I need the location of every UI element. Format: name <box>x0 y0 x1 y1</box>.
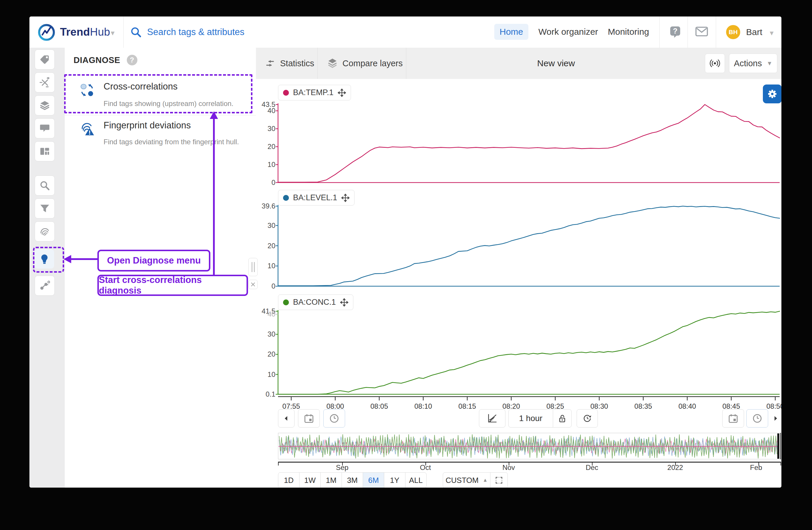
compare-layers-label: Compare layers <box>343 59 403 68</box>
tab-monitoring[interactable]: Monitoring <box>603 24 654 40</box>
x-axis-tick-label: 08:35 <box>630 402 656 410</box>
sidebar-item-comments[interactable] <box>35 118 55 138</box>
zoom-1w-button[interactable]: 1W <box>299 472 321 488</box>
context-axis-tick <box>675 462 676 465</box>
context-month-label: Feb <box>750 463 762 472</box>
sidebar-item-connections[interactable] <box>35 276 55 296</box>
help-button[interactable]: ? <box>668 25 682 40</box>
series-name: BA:CONC.1 <box>293 298 336 307</box>
sidebar-item-formulas[interactable] <box>35 72 55 93</box>
context-minimap[interactable] <box>278 433 781 459</box>
y-axis-tick-label: 10 <box>256 262 275 270</box>
legend-chip-batemp1[interactable]: BA:TEMP.1 <box>278 85 351 100</box>
search-icon <box>40 180 50 191</box>
tab-home[interactable]: Home <box>494 24 528 40</box>
legend-chip-balevel1[interactable]: BA:LEVEL.1 <box>278 190 354 206</box>
pan-right-button[interactable] <box>770 409 780 428</box>
chevron-left-icon <box>282 415 290 422</box>
live-mode-button[interactable] <box>705 54 725 73</box>
context-axis <box>278 462 781 463</box>
filter-icon <box>40 203 50 214</box>
item-title: Fingerprint deviations <box>104 120 191 131</box>
swap-arrows-icon <box>265 58 275 69</box>
actions-button[interactable]: Actions ▼ <box>729 54 777 73</box>
sidebar-item-search[interactable] <box>35 176 55 196</box>
panel-close-button[interactable] <box>248 280 258 289</box>
y-axis-tick-label: 30 <box>256 330 275 338</box>
start-time-button[interactable] <box>323 409 345 428</box>
lock-interval-button[interactable] <box>553 409 571 427</box>
zoom-all-button[interactable]: ALL <box>405 472 426 488</box>
interval-button[interactable]: 1 hour <box>509 409 553 427</box>
zoom-3m-button[interactable]: 3M <box>342 472 363 488</box>
sidebar-item-fingerprint[interactable] <box>35 221 55 241</box>
diagnose-item-fingerprint-deviations[interactable]: Fingerprint deviations Find tags deviati… <box>65 117 256 155</box>
item-subtitle: Find tags showing (upstream) correlation… <box>104 99 234 108</box>
avatar[interactable]: BH <box>726 25 740 39</box>
compare-layers-icon <box>327 58 338 69</box>
clock-icon <box>329 414 339 423</box>
fit-range-button[interactable] <box>490 473 508 488</box>
sidebar-item-tags[interactable] <box>35 50 55 69</box>
item-title: Cross-correlations <box>104 81 178 92</box>
series-color-dot <box>283 195 289 201</box>
y-axis-tick-label: 30 <box>256 125 275 133</box>
x-axis-tick-label: 08:00 <box>322 402 348 410</box>
x-axis-tick-label: 07:55 <box>278 402 304 410</box>
end-date-button[interactable] <box>722 409 744 428</box>
y-axis-tick-label: 40 <box>256 310 275 318</box>
user-chevron-down-icon[interactable]: ▼ <box>768 29 775 37</box>
y-axis-tick-label: 20 <box>256 142 275 151</box>
end-time-button[interactable] <box>746 409 768 428</box>
comment-icon <box>40 123 50 134</box>
user-name[interactable]: Bart <box>746 16 762 48</box>
trend-steps-icon <box>487 413 497 424</box>
sidebar-item-diagnose[interactable] <box>35 249 54 268</box>
zoom-1y-button[interactable]: 1Y <box>384 472 405 488</box>
context-axis-tick <box>342 462 343 465</box>
help-icon: ? <box>668 25 682 39</box>
diagnose-item-cross-correlations[interactable]: Cross-correlations Find tags showing (up… <box>65 77 256 115</box>
y-axis-tick-label: 40 <box>256 107 275 115</box>
panel-title: DIAGNOSE <box>74 55 120 65</box>
start-date-button[interactable] <box>298 409 320 428</box>
custom-range-group: CUSTOM ▲ <box>443 472 508 488</box>
sidebar-item-layers[interactable] <box>35 95 55 115</box>
y-axis-tick-label: 0 <box>256 179 275 187</box>
compare-layers-button[interactable]: Compare layers <box>327 48 403 79</box>
dashboard-icon <box>40 146 50 157</box>
zoom-1m-button[interactable]: 1M <box>320 472 342 488</box>
panel-help-icon[interactable]: ? <box>127 55 137 65</box>
x-axis-tick-label: 08:40 <box>674 402 700 410</box>
statistics-label: Statistics <box>280 59 314 68</box>
custom-range-button[interactable]: CUSTOM ▲ <box>443 473 490 488</box>
search-input[interactable]: Search tags & attributes <box>130 16 245 48</box>
chart-settings-button[interactable] <box>763 84 781 103</box>
brand-name: TrendHub <box>60 16 110 48</box>
move-icon <box>341 194 349 202</box>
move-icon <box>338 89 346 97</box>
trend-type-button[interactable] <box>479 409 505 428</box>
divider <box>65 115 256 115</box>
sidebar-item-filter[interactable] <box>35 198 55 219</box>
chevron-up-icon: ▲ <box>483 477 488 483</box>
chevron-right-icon <box>772 415 779 422</box>
tab-work-organizer[interactable]: Work organizer <box>533 24 604 40</box>
sidebar-item-dashboard[interactable] <box>35 141 55 161</box>
y-axis-tick-label: 0.1 <box>256 390 275 399</box>
zoom-1d-button[interactable]: 1D <box>278 472 300 488</box>
x-axis-tick-label: 08:45 <box>718 402 744 410</box>
gear-icon <box>766 88 778 100</box>
mail-button[interactable] <box>695 25 708 39</box>
history-button[interactable] <box>577 409 598 428</box>
brand-chevron-down-icon[interactable]: ▼ <box>110 29 116 37</box>
panel-resize-handle[interactable] <box>248 258 258 276</box>
series-color-dot <box>283 90 289 96</box>
chart-area[interactable]: BA:TEMP.1 BA:LEVEL.1 BA:CONC.1 <box>256 79 781 488</box>
zoom-6m-button[interactable]: 6M <box>363 472 384 488</box>
legend-chip-baconc1[interactable]: BA:CONC.1 <box>278 294 353 310</box>
context-axis-tick <box>278 462 279 465</box>
pan-left-button[interactable] <box>278 409 294 428</box>
statistics-button[interactable]: Statistics <box>265 48 314 79</box>
y-axis-tick-label: 10 <box>256 161 275 169</box>
